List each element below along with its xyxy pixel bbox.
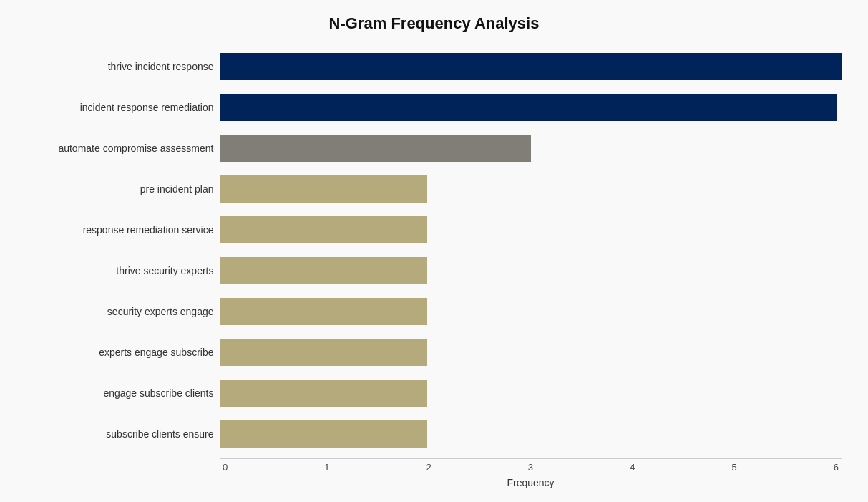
bar-row [220, 46, 842, 87]
bar-row [220, 87, 842, 127]
x-tick: 3 [525, 462, 536, 473]
y-axis-label: experts engage subscribe [99, 332, 213, 372]
y-axis-label: thrive security experts [116, 250, 213, 291]
bar-row [220, 209, 842, 250]
bar [220, 257, 428, 284]
bar [220, 175, 428, 203]
bar [220, 216, 428, 243]
x-tick: 6 [830, 462, 842, 473]
y-axis-label: incident response remediation [80, 87, 214, 127]
bar-row [220, 372, 842, 413]
bar-row [220, 250, 842, 291]
bar-row [220, 332, 842, 372]
x-tick: 5 [728, 462, 740, 473]
bar [220, 53, 842, 80]
y-axis-label: response remediation service [83, 209, 214, 250]
bar [220, 420, 428, 448]
plot-area: 0123456 Frequency [220, 46, 842, 488]
bar-row [220, 291, 842, 332]
y-axis-label: pre incident plan [140, 168, 214, 209]
x-axis: 0123456 Frequency [220, 458, 842, 488]
x-axis-label: Frequency [220, 477, 842, 488]
x-tick: 0 [220, 462, 231, 473]
x-tick: 4 [627, 462, 638, 473]
y-axis-label: automate compromise assessment [58, 127, 213, 168]
x-tick: 1 [321, 462, 333, 473]
chart-container: N-Gram Frequency Analysis thrive inciden… [12, 7, 857, 502]
y-axis-label: thrive incident response [108, 46, 214, 87]
bar [220, 380, 428, 407]
bar-row [220, 413, 842, 454]
bar-row [220, 127, 842, 168]
bars-container [220, 46, 842, 454]
x-ticks: 0123456 [220, 462, 842, 473]
bar [220, 135, 532, 162]
bar [220, 339, 428, 366]
chart-title: N-Gram Frequency Analysis [26, 14, 842, 33]
x-tick: 2 [423, 462, 434, 473]
chart-area: thrive incident responseincident respons… [26, 46, 842, 488]
bar-row [220, 168, 842, 209]
y-axis-label: engage subscribe clients [103, 372, 213, 413]
bar [220, 298, 428, 325]
y-axis-label: subscribe clients ensure [106, 413, 213, 454]
y-axis-label: security experts engage [107, 291, 214, 332]
y-axis-labels: thrive incident responseincident respons… [26, 46, 220, 488]
bar [220, 94, 837, 121]
